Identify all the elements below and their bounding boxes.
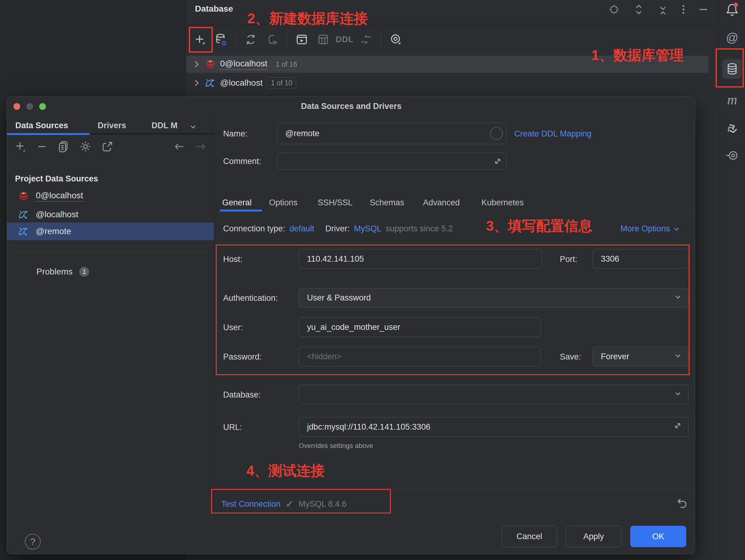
database-select[interactable] bbox=[299, 385, 688, 404]
annotation-box-config-fields bbox=[216, 244, 690, 375]
tabs-divider bbox=[214, 212, 695, 212]
help-glyph: ? bbox=[30, 536, 35, 547]
more-options-button[interactable]: More Options bbox=[620, 224, 680, 233]
loading-indicator-circle bbox=[490, 127, 503, 140]
chevron-right-icon[interactable] bbox=[193, 60, 200, 68]
open-in-new-button[interactable] bbox=[101, 140, 114, 154]
annotation-step1-text: 1、数据库管理 bbox=[591, 46, 684, 65]
help-button[interactable]: ? bbox=[25, 534, 41, 550]
ai-assistant-icon[interactable]: @ bbox=[719, 30, 745, 45]
database-toolbar: ⚙ DDL bbox=[193, 28, 621, 52]
query-console-icon[interactable] bbox=[295, 33, 309, 46]
mysql-icon bbox=[18, 209, 29, 220]
forward-arrow-button bbox=[195, 140, 207, 154]
ddl-icon: DDL bbox=[338, 33, 351, 46]
view-options-icon[interactable] bbox=[389, 33, 402, 46]
datasource-list-toolbar bbox=[14, 139, 207, 155]
connection-type-label: Connection type: bbox=[223, 224, 285, 233]
datasource-name[interactable]: @localhost bbox=[220, 78, 263, 88]
maven-icon[interactable]: m bbox=[719, 92, 745, 107]
datasource-name[interactable]: 0@localhost bbox=[36, 191, 83, 202]
minimize-icon[interactable] bbox=[698, 3, 709, 15]
schema-count-badge: 1 of 16 bbox=[272, 59, 301, 70]
driver-label: Driver: bbox=[325, 224, 350, 233]
database-label: Database: bbox=[223, 390, 261, 400]
tool-window-controls bbox=[608, 2, 709, 17]
datasource-item-redis[interactable]: 0@localhost bbox=[7, 187, 214, 205]
annotation-box-new-connection bbox=[189, 27, 213, 53]
name-input[interactable] bbox=[277, 123, 507, 144]
problems-item[interactable]: Problems 1 bbox=[36, 267, 89, 277]
comment-label: Comment: bbox=[223, 157, 261, 166]
database-panel-title: Database bbox=[195, 4, 233, 14]
apply-button[interactable]: Apply bbox=[566, 526, 621, 547]
datasource-name[interactable]: @remote bbox=[36, 226, 71, 236]
expand-tool-window-icon[interactable] bbox=[633, 3, 645, 15]
more-options-label[interactable]: More Options bbox=[620, 224, 670, 233]
annotation-box-test-connection bbox=[211, 489, 391, 514]
notifications-bell-icon[interactable] bbox=[719, 2, 745, 18]
connection-type-value[interactable]: default bbox=[290, 224, 314, 233]
tab-data-sources[interactable]: Data Sources bbox=[15, 121, 68, 130]
chevron-right-icon[interactable] bbox=[193, 79, 200, 87]
tab-schemas[interactable]: Schemas bbox=[370, 198, 404, 207]
mysql-icon bbox=[205, 77, 216, 89]
footer-divider bbox=[7, 518, 695, 518]
expand-field-icon[interactable] bbox=[672, 420, 683, 433]
datasource-item-remote-selected[interactable]: @remote bbox=[7, 223, 214, 240]
tab-general[interactable]: General bbox=[222, 198, 252, 207]
redis-icon bbox=[18, 191, 29, 202]
services-icon[interactable] bbox=[719, 147, 745, 163]
expand-field-icon[interactable] bbox=[492, 156, 504, 168]
tab-advanced[interactable]: Advanced bbox=[423, 198, 460, 207]
remove-datasource-button[interactable] bbox=[36, 140, 47, 154]
tree-row-mysql[interactable]: @localhost 1 of 10 bbox=[186, 74, 709, 92]
undo-icon[interactable] bbox=[674, 497, 688, 513]
options-kebab-icon[interactable] bbox=[682, 3, 685, 15]
chevron-down-icon bbox=[674, 390, 682, 400]
active-tab-indicator bbox=[7, 133, 90, 135]
svg-text:⚙: ⚙ bbox=[221, 39, 227, 47]
tab-kubernetes[interactable]: Kubernetes bbox=[482, 198, 524, 207]
settings-gear-button[interactable] bbox=[79, 140, 92, 154]
tab-options[interactable]: Options bbox=[269, 198, 297, 207]
ok-button[interactable]: OK bbox=[630, 526, 686, 547]
create-ddl-mapping-link[interactable]: Create DDL Mapping bbox=[514, 129, 592, 139]
refresh-icon[interactable] bbox=[244, 33, 257, 46]
datasource-properties-icon[interactable]: ⚙ bbox=[214, 33, 228, 46]
tab-ssh-ssl[interactable]: SSH/SSL bbox=[318, 198, 353, 207]
duplicate-button[interactable] bbox=[57, 140, 69, 154]
dialog-title: Data Sources and Drivers bbox=[7, 102, 695, 111]
screen: Database ⚙ DDL 0@localhost bbox=[0, 0, 745, 560]
tab-ddl-mappings[interactable]: DDL M bbox=[152, 121, 177, 130]
toolbar-separator bbox=[236, 33, 236, 46]
back-arrow-button[interactable] bbox=[173, 140, 185, 154]
annotation-step3-text: 3、填写配置信息 bbox=[486, 217, 592, 236]
dependencies-icon[interactable] bbox=[719, 121, 745, 137]
locate-icon[interactable] bbox=[608, 3, 620, 15]
datasource-name[interactable]: @localhost bbox=[36, 209, 78, 220]
cancel-button[interactable]: Cancel bbox=[502, 526, 557, 547]
comment-input[interactable] bbox=[277, 153, 507, 169]
compare-icon bbox=[359, 33, 373, 46]
add-datasource-button[interactable] bbox=[14, 140, 27, 154]
problems-label[interactable]: Problems bbox=[36, 267, 72, 277]
datasource-name[interactable]: 0@localhost bbox=[220, 59, 267, 70]
active-settings-tab-indicator bbox=[220, 209, 262, 211]
tab-overflow-chevron-icon[interactable] bbox=[189, 123, 198, 132]
pane-divider bbox=[214, 117, 214, 518]
mysql-icon bbox=[18, 226, 29, 237]
tab-drivers[interactable]: Drivers bbox=[98, 121, 126, 130]
name-label: Name: bbox=[223, 129, 248, 139]
datasource-item-localhost[interactable]: @localhost bbox=[7, 206, 214, 223]
collapse-tool-window-icon[interactable] bbox=[657, 3, 669, 15]
annotation-step4-text: 4、测试连接 bbox=[247, 461, 325, 481]
sidebar-divider bbox=[14, 251, 208, 252]
annotation-step2-text: 2、新建数据库连接 bbox=[247, 9, 368, 28]
problems-count-badge: 1 bbox=[79, 267, 89, 277]
test-divider bbox=[214, 488, 695, 489]
connection-type-row: Connection type: default Driver: MySQL s… bbox=[223, 224, 453, 233]
schema-count-badge: 1 of 10 bbox=[267, 77, 296, 89]
driver-value[interactable]: MySQL bbox=[354, 224, 381, 233]
url-input[interactable] bbox=[299, 417, 688, 437]
